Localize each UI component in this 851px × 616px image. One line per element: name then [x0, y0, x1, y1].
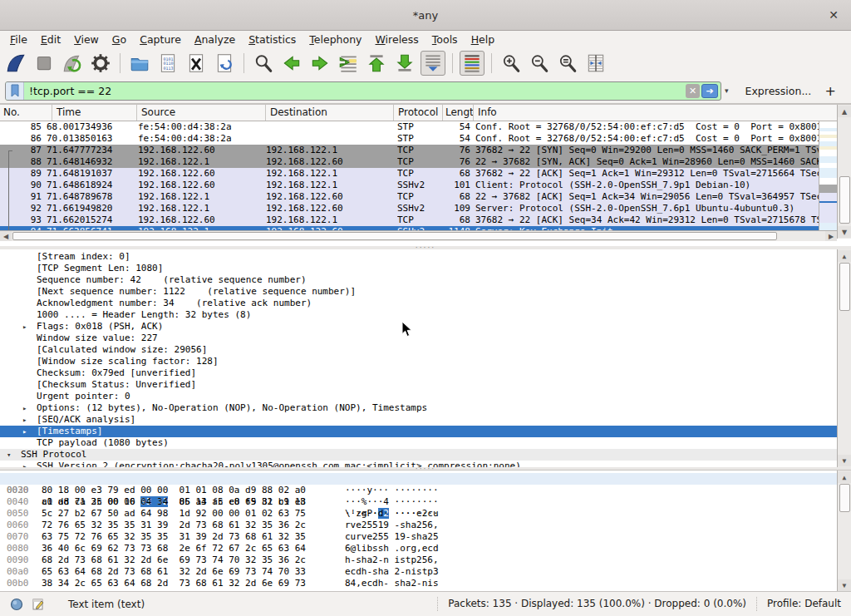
- packet-list-hscrollbar[interactable]: ◀ ▶: [0, 230, 837, 241]
- packet-row-93[interactable]: 9371.662015274192.168.122.60192.168.122.…: [0, 214, 819, 226]
- hscroll-thumb[interactable]: [12, 232, 777, 240]
- hex-row-0050[interactable]: 00505c 27 b2 67 50 ad 64 98 1d 92 00 00 …: [0, 508, 837, 520]
- detail-line[interactable]: Acknowledgment number: 34 (relative ack …: [0, 298, 837, 309]
- column-header-time[interactable]: Time: [52, 105, 137, 121]
- packet-row-88[interactable]: 8871.648146932192.168.122.1192.168.122.6…: [0, 156, 819, 168]
- expander-icon[interactable]: ▸: [22, 426, 27, 437]
- hex-vscrollbar[interactable]: ▲ ▼: [837, 471, 851, 591]
- detail-line[interactable]: 1000 .... = Header Length: 32 bytes (8): [0, 309, 837, 321]
- reload-file-button[interactable]: [212, 51, 237, 76]
- scroll-down-arrow[interactable]: ▼: [838, 226, 851, 238]
- expression-button[interactable]: Expression...: [732, 85, 824, 97]
- packet-row-89[interactable]: 8971.648191037192.168.122.60192.168.122.…: [0, 168, 819, 180]
- hex-row-00b0[interactable]: 00b038 34 2c 65 63 64 68 2d 73 68 61 32 …: [0, 578, 837, 589]
- packet-row-85[interactable]: 8568.001734936fe:54:00:d4:38:2aSTP54Conf…: [0, 121, 819, 133]
- detail-line[interactable]: Window size value: 227: [0, 333, 837, 344]
- auto-scroll-button[interactable]: [421, 51, 445, 76]
- detail-line[interactable]: Checksum: 0x79ed [unverified]: [0, 367, 837, 379]
- scroll-up-arrow[interactable]: ▲: [838, 250, 851, 262]
- menu-wireless[interactable]: Wireless: [369, 32, 426, 47]
- go-to-packet-button[interactable]: [336, 51, 361, 76]
- expert-info-icon[interactable]: [10, 598, 23, 611]
- detail-line[interactable]: Sequence number: 42 (relative sequence n…: [0, 274, 837, 286]
- column-header-length[interactable]: Length: [443, 105, 474, 121]
- column-header-source[interactable]: Source: [137, 105, 266, 121]
- packet-list-vscrollbar[interactable]: ▲ ▼: [837, 105, 851, 239]
- detail-line-flags[interactable]: ▸Flags: 0x018 (PSH, ACK): [0, 321, 837, 333]
- detail-line[interactable]: [Calculated window size: 29056]: [0, 344, 837, 356]
- scroll-down-arrow[interactable]: ▼: [838, 579, 851, 591]
- display-filter-input[interactable]: !tcp.port == 22 ✕ ➔: [5, 81, 721, 101]
- add-filter-button[interactable]: +: [825, 83, 846, 99]
- column-header-destination[interactable]: Destination: [266, 105, 394, 121]
- menu-help[interactable]: Help: [465, 32, 502, 47]
- detail-line[interactable]: [Window size scaling factor: 128]: [0, 356, 837, 367]
- filter-clear-button[interactable]: ✕: [686, 84, 700, 98]
- hex-row-00a0[interactable]: 00a065 63 64 68 2d 73 68 61 32 2d 6e 69 …: [0, 566, 837, 578]
- packet-row-87[interactable]: 8771.647777234192.168.122.60192.168.122.…: [0, 145, 819, 156]
- menu-go[interactable]: Go: [106, 32, 133, 47]
- menu-file[interactable]: File: [3, 32, 34, 47]
- status-profile[interactable]: Profile: Default: [756, 597, 851, 611]
- packet-row-92[interactable]: 9271.661949820192.168.122.1192.168.122.6…: [0, 203, 819, 214]
- column-header-info[interactable]: Info: [474, 105, 837, 121]
- capture-comment-icon[interactable]: [32, 598, 45, 611]
- packet-row-90[interactable]: 9071.648618924192.168.122.60192.168.122.…: [0, 180, 819, 191]
- scroll-up-arrow[interactable]: ▲: [838, 471, 851, 483]
- status-field-info[interactable]: Text item (text): [45, 599, 145, 610]
- hex-row-0030[interactable]: 003080 18 00 e3 79 ed 00 00 01 01 08 0a …: [0, 485, 837, 496]
- zoom-out-button[interactable]: [527, 51, 552, 76]
- expander-icon[interactable]: ▸: [22, 321, 27, 333]
- hex-row-0090[interactable]: 009068 2d 73 68 61 32 2d 6e 69 73 74 70 …: [0, 554, 837, 566]
- menu-tools[interactable]: Tools: [426, 32, 465, 47]
- go-forward-button[interactable]: [307, 51, 332, 76]
- details-vscrollbar[interactable]: ▲ ▼: [837, 249, 851, 467]
- restart-capture-button[interactable]: [60, 51, 85, 76]
- zoom-in-button[interactable]: [499, 51, 524, 76]
- filter-bookmark-button[interactable]: [6, 82, 24, 100]
- column-header-no[interactable]: No.: [0, 105, 52, 121]
- go-first-button[interactable]: [364, 51, 389, 76]
- titlebar[interactable]: *any ✕: [0, 0, 851, 31]
- hex-row-0080[interactable]: 008036 40 6c 69 62 73 73 68 2e 6f 72 67 …: [0, 543, 837, 554]
- colorize-button[interactable]: [460, 51, 485, 76]
- save-file-button[interactable]: 010101100113: [155, 51, 180, 76]
- detail-line[interactable]: [TCP Segment Len: 1080]: [0, 263, 837, 274]
- resize-columns-button[interactable]: [583, 51, 608, 76]
- close-window-button[interactable]: ✕: [826, 7, 841, 22]
- expander-icon[interactable]: ▾: [7, 449, 11, 461]
- scroll-thumb[interactable]: [839, 484, 850, 512]
- hex-row-0040[interactable]: 0040a1 dd c1 25 00 00 04 34 06 14 f5 e8 …: [0, 496, 837, 508]
- detail-line[interactable]: [Checksum Status: Unverified]: [0, 379, 837, 391]
- filter-apply-button[interactable]: ➔: [701, 84, 718, 98]
- detail-line[interactable]: [Next sequence number: 1122 (relative se…: [0, 286, 837, 298]
- go-back-button[interactable]: [279, 51, 304, 76]
- expander-icon[interactable]: ▸: [22, 402, 27, 414]
- intelligent-scrollbar-minimap[interactable]: [819, 121, 837, 238]
- packet-row-91[interactable]: 9171.648789678192.168.122.1192.168.122.6…: [0, 191, 819, 203]
- scroll-down-arrow[interactable]: ▼: [838, 455, 851, 466]
- scroll-right-arrow[interactable]: ▶: [825, 231, 837, 241]
- detail-line-ssh-protocol[interactable]: ▾SSH Protocol: [0, 449, 837, 461]
- detail-line-options[interactable]: ▸Options: (12 bytes), No-Operation (NOP)…: [0, 402, 837, 414]
- hex-row-0020[interactable]: 0020 c0 a8 7a 3c 00 16 93 32 85 a3 ac c0…: [0, 473, 837, 485]
- detail-line[interactable]: TCP payload (1080 bytes): [0, 437, 837, 449]
- menu-telephony[interactable]: Telephony: [303, 32, 368, 47]
- scroll-thumb[interactable]: [839, 263, 850, 311]
- detail-line-seq-ack[interactable]: ▸[SEQ/ACK analysis]: [0, 414, 837, 426]
- menu-edit[interactable]: Edit: [34, 32, 67, 47]
- scroll-thumb[interactable]: [839, 176, 850, 224]
- open-file-button[interactable]: [127, 51, 152, 76]
- zoom-original-button[interactable]: [555, 51, 580, 76]
- menu-statistics[interactable]: Statistics: [242, 32, 303, 47]
- packet-row-86[interactable]: 8670.013850163fe:54:00:d4:38:2aSTP54Conf…: [0, 133, 819, 145]
- start-capture-button[interactable]: [3, 51, 28, 76]
- expander-icon[interactable]: ▸: [22, 461, 27, 467]
- hex-row-0070[interactable]: 007063 75 72 76 65 32 35 35 31 39 2d 73 …: [0, 531, 837, 543]
- hex-row-0060[interactable]: 006072 76 65 32 35 35 31 39 2d 73 68 61 …: [0, 520, 837, 531]
- filter-dropdown-caret[interactable]: ▾: [721, 86, 732, 95]
- scroll-left-arrow[interactable]: ◀: [0, 231, 12, 241]
- capture-options-button[interactable]: [88, 51, 113, 76]
- find-packet-button[interactable]: [251, 51, 276, 76]
- detail-line-timestamps-selected[interactable]: ▸[Timestamps]: [0, 426, 837, 437]
